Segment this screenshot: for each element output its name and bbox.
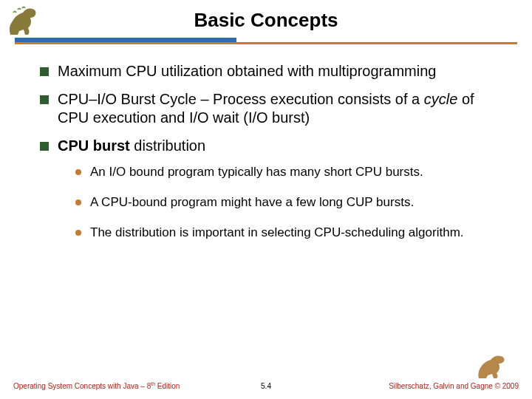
footer-left: Operating System Concepts with Java – 8t… bbox=[13, 381, 180, 390]
bullet-2-italic: cycle bbox=[424, 91, 458, 107]
subbullet-3-text: The distribution is important in selecti… bbox=[90, 225, 464, 239]
title-underline bbox=[15, 42, 517, 44]
footer-page-number: 5.4 bbox=[261, 382, 271, 390]
bullet-3-bold: CPU burst bbox=[58, 137, 130, 154]
footer-left-a: Operating System Concepts with Java – 8 bbox=[13, 382, 151, 390]
subbullet-3: The distribution is important in selecti… bbox=[75, 225, 504, 242]
subbullet-2-text: A CPU-bound program might have a few lon… bbox=[90, 195, 414, 209]
dinosaur-footer-icon bbox=[474, 349, 514, 381]
footer-left-b: Edition bbox=[155, 382, 180, 390]
bullet-3: CPU burst distribution bbox=[40, 137, 504, 156]
bullet-2: CPU–I/O Burst Cycle – Process execution … bbox=[40, 90, 504, 128]
slide-header: Basic Concepts bbox=[0, 0, 532, 47]
bullet-3-post: distribution bbox=[130, 137, 205, 154]
subbullet-2: A CPU-bound program might have a few lon… bbox=[75, 194, 504, 211]
subbullet-1-text: An I/O bound program typically has many … bbox=[90, 165, 423, 179]
bullet-1-text: Maximum CPU utilization obtained with mu… bbox=[58, 63, 436, 79]
footer-right: Silberschatz, Galvin and Gagne © 2009 bbox=[389, 382, 519, 390]
slide-title: Basic Concepts bbox=[0, 0, 532, 32]
subbullet-1: An I/O bound program typically has many … bbox=[75, 164, 504, 181]
bullet-1: Maximum CPU utilization obtained with mu… bbox=[40, 62, 504, 81]
slide-content: Maximum CPU utilization obtained with mu… bbox=[0, 47, 532, 242]
dinosaur-icon bbox=[4, 1, 49, 38]
bullet-2-pre: CPU–I/O Burst Cycle – Process execution … bbox=[58, 91, 424, 107]
